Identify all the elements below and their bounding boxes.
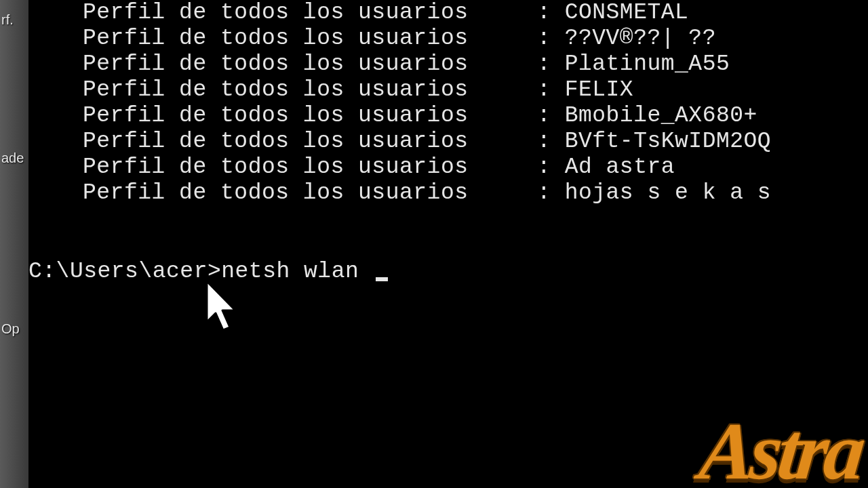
- desktop-icon-label: rf.: [1, 12, 28, 28]
- terminal-output: Perfil de todos los usuarios : CONSMETAL…: [28, 0, 868, 206]
- desktop-icon-label: Op: [1, 321, 28, 337]
- prompt-text: C:\Users\acer>: [28, 259, 221, 284]
- wlan-profile-row: Perfil de todos los usuarios : ??VV®??| …: [28, 26, 868, 52]
- wlan-profile-row: Perfil de todos los usuarios : hojas s e…: [28, 180, 868, 206]
- wlan-profile-row: Perfil de todos los usuarios : CONSMETAL: [28, 0, 868, 26]
- desktop-icon-label: ade: [1, 150, 28, 166]
- wlan-profile-row: Perfil de todos los usuarios : Bmobile_A…: [28, 103, 868, 129]
- wlan-profile-row: Perfil de todos los usuarios : Platinum_…: [28, 52, 868, 77]
- wlan-profile-row: Perfil de todos los usuarios : Ad astra: [28, 155, 868, 180]
- wlan-profile-row: Perfil de todos los usuarios : BVft-TsKw…: [28, 129, 868, 155]
- desktop-strip: rf. ade Op: [0, 0, 28, 488]
- command-input-line[interactable]: C:\Users\acer>netsh wlan: [28, 259, 388, 285]
- astra-watermark: Astra: [696, 411, 865, 488]
- typed-command: netsh wlan: [221, 259, 372, 284]
- text-cursor: [376, 277, 388, 281]
- wlan-profile-row: Perfil de todos los usuarios : FELIX: [28, 77, 868, 103]
